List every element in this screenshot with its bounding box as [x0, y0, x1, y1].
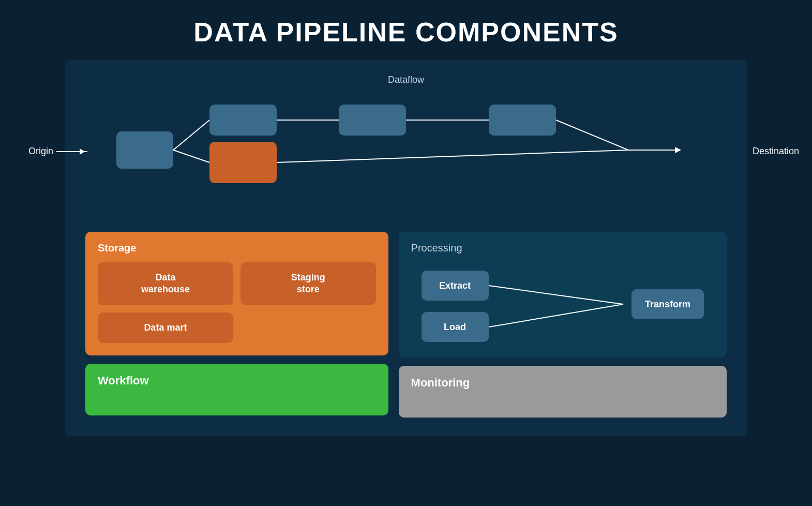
origin-label: Origin — [28, 146, 87, 157]
storage-panel: Storage Datawarehouse Stagingstore Data … — [85, 232, 388, 355]
storage-label: Storage — [98, 242, 376, 254]
proc-load: Load — [422, 312, 489, 342]
right-panels: Processing Extract Load Transform — [399, 232, 727, 418]
monitoring-label: Monitoring — [411, 376, 714, 390]
svg-line-4 — [556, 120, 628, 150]
svg-line-5 — [277, 150, 628, 162]
df-node-mid — [339, 105, 406, 136]
svg-line-8 — [489, 286, 623, 304]
monitoring-panel: Monitoring — [399, 366, 727, 418]
storage-item-mart: Data mart — [98, 312, 233, 343]
svg-line-9 — [489, 304, 623, 327]
workflow-panel: Workflow — [85, 364, 388, 415]
dataflow-section: Dataflow Origin Destination — [85, 75, 727, 219]
left-panels: Storage Datawarehouse Stagingstore Data … — [85, 232, 388, 418]
svg-marker-7 — [675, 147, 681, 153]
df-node-orange — [209, 142, 277, 183]
destination-label: Destination — [753, 146, 799, 157]
storage-item-warehouse: Datawarehouse — [98, 262, 233, 305]
processing-label: Processing — [411, 242, 714, 254]
proc-extract: Extract — [422, 271, 489, 301]
storage-item-staging: Stagingstore — [240, 262, 376, 305]
proc-transform: Transform — [631, 289, 704, 319]
dataflow-lines — [85, 75, 727, 219]
bottom-panels: Storage Datawarehouse Stagingstore Data … — [85, 232, 727, 418]
origin-arrow — [56, 151, 87, 152]
df-node-top1 — [209, 105, 277, 136]
destination-text: Destination — [753, 146, 799, 157]
storage-items: Datawarehouse Stagingstore Data mart — [98, 262, 376, 343]
svg-line-1 — [173, 150, 209, 162]
origin-text: Origin — [28, 146, 53, 157]
main-container: Dataflow Origin Destination — [65, 60, 747, 436]
df-node-right — [489, 105, 556, 136]
page-title: DATA PIPELINE COMPONENTS — [193, 17, 618, 48]
df-node-origin — [116, 131, 173, 169]
workflow-label: Workflow — [98, 374, 376, 388]
dataflow-label: Dataflow — [388, 75, 424, 85]
processing-items: Extract Load Transform — [411, 262, 714, 345]
svg-line-0 — [173, 120, 209, 150]
processing-panel: Processing Extract Load Transform — [399, 232, 727, 358]
